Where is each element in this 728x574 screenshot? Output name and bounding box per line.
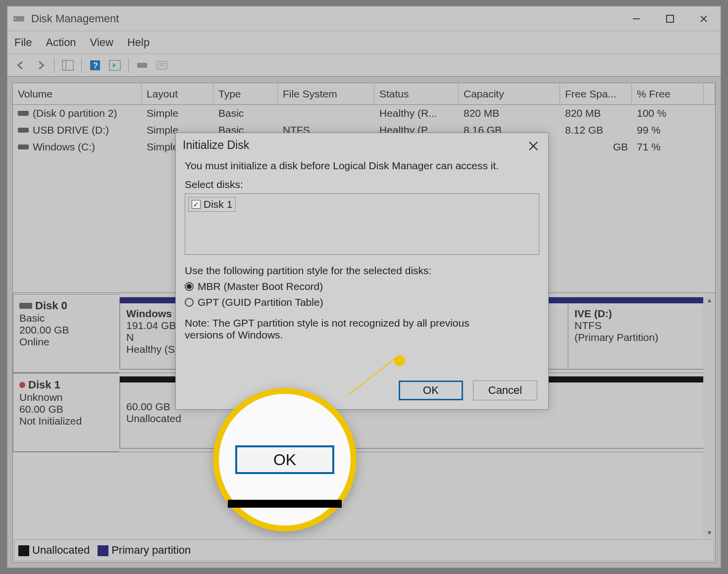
titlebar: Disk Management <box>7 6 721 31</box>
partition-usbdrive[interactable]: IVE (D:) NTFS (Primary Partition) <box>568 297 712 369</box>
col-volume[interactable]: Volume <box>13 83 142 104</box>
svg-text:?: ? <box>93 61 98 70</box>
ok-button[interactable]: OK <box>399 381 463 400</box>
scroll-down-icon[interactable]: ▾ <box>703 526 715 538</box>
checkbox-icon[interactable]: ✓ <box>192 200 201 209</box>
legend-swatch-unallocated <box>18 545 29 556</box>
disk0-label[interactable]: Disk 0 Basic 200.00 GB Online <box>13 294 119 373</box>
menu-file[interactable]: File <box>14 36 32 49</box>
volume-name: USB DRIVE (D:) <box>33 124 109 136</box>
svg-point-1 <box>15 18 16 19</box>
help-button[interactable]: ? <box>87 57 104 74</box>
dialog-close-button[interactable] <box>523 137 543 155</box>
refresh-button[interactable] <box>106 57 123 74</box>
maximize-button[interactable] <box>653 6 687 31</box>
svg-rect-11 <box>137 63 147 68</box>
col-pctfree[interactable]: % Free <box>632 83 704 104</box>
toolbar: ? <box>7 54 721 77</box>
menu-view[interactable]: View <box>90 36 113 49</box>
volume-name: Windows (C:) <box>33 141 95 153</box>
callout-dot <box>394 355 405 366</box>
dialog-message: You must initialize a disk before Logica… <box>185 160 539 172</box>
radio-mbr[interactable]: MBR (Master Boot Record) <box>185 281 539 292</box>
menubar: File Action View Help <box>7 31 721 54</box>
dialog-title: Initialize Disk <box>176 133 548 157</box>
app-icon <box>11 11 26 26</box>
col-status[interactable]: Status <box>374 83 459 104</box>
radio-unselected-icon <box>185 298 194 307</box>
close-button[interactable] <box>687 6 721 31</box>
window-controls <box>620 6 721 31</box>
legend: Unallocated Primary partition <box>14 539 714 561</box>
disk-list-item[interactable]: ✓ Disk 1 <box>188 197 236 212</box>
magnified-stripe <box>228 500 342 508</box>
cancel-button[interactable]: Cancel <box>473 381 537 400</box>
minimize-button[interactable] <box>620 6 653 31</box>
scroll-up-icon[interactable]: ▴ <box>703 294 715 306</box>
volume-name: (Disk 0 partition 2) <box>33 107 117 119</box>
legend-swatch-primary <box>98 545 108 556</box>
svg-rect-6 <box>62 60 73 70</box>
col-type[interactable]: Type <box>213 83 278 104</box>
radio-gpt[interactable]: GPT (GUID Partition Table) <box>185 296 539 308</box>
col-filesystem[interactable]: File System <box>278 83 374 104</box>
svg-rect-3 <box>667 15 674 22</box>
svg-rect-12 <box>157 61 167 69</box>
disk1-label[interactable]: Disk 1 Unknown 60.00 GB Not Initialized <box>13 373 119 452</box>
disk-selection-list[interactable]: ✓ Disk 1 <box>185 193 539 255</box>
col-layout[interactable]: Layout <box>142 83 213 104</box>
col-freespace[interactable]: Free Spa... <box>560 83 632 104</box>
select-disks-label: Select disks: <box>185 179 539 191</box>
magnified-ok-button: OK <box>235 445 334 474</box>
uninitialized-icon <box>19 382 25 388</box>
partition-style-label: Use the following partition style for th… <box>185 265 539 277</box>
radio-selected-icon <box>185 282 194 291</box>
initialize-disk-dialog: Initialize Disk You must initialize a di… <box>175 133 549 410</box>
back-button[interactable] <box>12 57 29 74</box>
volume-row[interactable]: (Disk 0 partition 2) Simple Basic Health… <box>13 105 715 122</box>
magnifier-callout: OK <box>213 388 357 531</box>
vertical-scrollbar[interactable]: ▴ ▾ <box>703 294 715 538</box>
dialog-note: Note: The GPT partition style is not rec… <box>185 317 492 341</box>
col-capacity[interactable]: Capacity <box>459 83 560 104</box>
show-hide-tree-button[interactable] <box>59 57 76 74</box>
volume-header: Volume Layout Type File System Status Ca… <box>13 83 715 105</box>
window-title: Disk Management <box>31 12 620 25</box>
menu-action[interactable]: Action <box>46 36 76 49</box>
drive-icon <box>18 111 29 116</box>
forward-button[interactable] <box>32 57 49 74</box>
disk-action-button[interactable] <box>134 57 151 74</box>
drive-icon <box>18 144 29 149</box>
disk-icon <box>19 303 32 309</box>
drive-icon <box>18 128 29 133</box>
menu-help[interactable]: Help <box>127 36 150 49</box>
properties-button[interactable] <box>154 57 170 74</box>
